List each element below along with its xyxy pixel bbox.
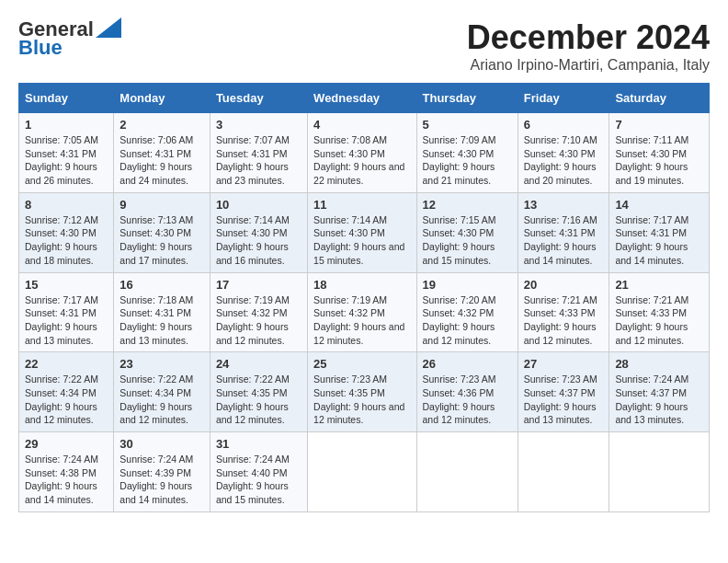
table-row: 5Sunrise: 7:09 AMSunset: 4:30 PMDaylight…	[416, 113, 518, 193]
table-row: 7Sunrise: 7:11 AMSunset: 4:30 PMDaylight…	[609, 113, 710, 193]
col-thursday: Thursday	[416, 84, 518, 113]
col-monday: Monday	[114, 84, 210, 113]
table-row: 28Sunrise: 7:24 AMSunset: 4:37 PMDayligh…	[609, 352, 710, 432]
week-row-4: 22Sunrise: 7:22 AMSunset: 4:34 PMDayligh…	[19, 352, 710, 432]
table-row: 13Sunrise: 7:16 AMSunset: 4:31 PMDayligh…	[518, 192, 609, 272]
page-subtitle: Ariano Irpino-Martiri, Campania, Italy	[467, 57, 710, 74]
table-row: 29Sunrise: 7:24 AMSunset: 4:38 PMDayligh…	[19, 432, 114, 512]
calendar-table: Sunday Monday Tuesday Wednesday Thursday…	[18, 83, 710, 512]
col-saturday: Saturday	[609, 84, 710, 113]
table-row: 8Sunrise: 7:12 AMSunset: 4:30 PMDaylight…	[19, 192, 114, 272]
table-row: 4Sunrise: 7:08 AMSunset: 4:30 PMDaylight…	[308, 113, 416, 193]
table-row: 20Sunrise: 7:21 AMSunset: 4:33 PMDayligh…	[518, 272, 609, 352]
page-header: General Blue December 2024 Ariano Irpino…	[18, 18, 710, 74]
week-row-3: 15Sunrise: 7:17 AMSunset: 4:31 PMDayligh…	[19, 272, 710, 352]
table-row: 14Sunrise: 7:17 AMSunset: 4:31 PMDayligh…	[609, 192, 710, 272]
table-row: 27Sunrise: 7:23 AMSunset: 4:37 PMDayligh…	[518, 352, 609, 432]
table-row: 10Sunrise: 7:14 AMSunset: 4:30 PMDayligh…	[210, 192, 307, 272]
svg-marker-0	[96, 17, 121, 38]
table-row: 17Sunrise: 7:19 AMSunset: 4:32 PMDayligh…	[210, 272, 307, 352]
header-row: Sunday Monday Tuesday Wednesday Thursday…	[19, 84, 710, 113]
col-sunday: Sunday	[19, 84, 114, 113]
table-row: 15Sunrise: 7:17 AMSunset: 4:31 PMDayligh…	[19, 272, 114, 352]
table-row: 23Sunrise: 7:22 AMSunset: 4:34 PMDayligh…	[114, 352, 210, 432]
logo: General Blue	[18, 18, 121, 59]
table-row: 19Sunrise: 7:20 AMSunset: 4:32 PMDayligh…	[416, 272, 518, 352]
col-friday: Friday	[518, 84, 609, 113]
col-tuesday: Tuesday	[210, 84, 307, 113]
table-row: 21Sunrise: 7:21 AMSunset: 4:33 PMDayligh…	[609, 272, 710, 352]
table-row: 18Sunrise: 7:19 AMSunset: 4:32 PMDayligh…	[308, 272, 416, 352]
week-row-1: 1Sunrise: 7:05 AMSunset: 4:31 PMDaylight…	[19, 113, 710, 193]
table-row: 16Sunrise: 7:18 AMSunset: 4:31 PMDayligh…	[114, 272, 210, 352]
title-section: December 2024 Ariano Irpino-Martiri, Cam…	[467, 18, 710, 74]
table-row: 9Sunrise: 7:13 AMSunset: 4:30 PMDaylight…	[114, 192, 210, 272]
page-title: December 2024	[467, 18, 710, 57]
week-row-2: 8Sunrise: 7:12 AMSunset: 4:30 PMDaylight…	[19, 192, 710, 272]
table-row: 25Sunrise: 7:23 AMSunset: 4:35 PMDayligh…	[308, 352, 416, 432]
table-row: 12Sunrise: 7:15 AMSunset: 4:30 PMDayligh…	[416, 192, 518, 272]
table-row: 11Sunrise: 7:14 AMSunset: 4:30 PMDayligh…	[308, 192, 416, 272]
table-row: 3Sunrise: 7:07 AMSunset: 4:31 PMDaylight…	[210, 113, 307, 193]
table-row: 2Sunrise: 7:06 AMSunset: 4:31 PMDaylight…	[114, 113, 210, 193]
table-row	[518, 432, 609, 512]
table-row: 22Sunrise: 7:22 AMSunset: 4:34 PMDayligh…	[19, 352, 114, 432]
table-row: 1Sunrise: 7:05 AMSunset: 4:31 PMDaylight…	[19, 113, 114, 193]
table-row: 30Sunrise: 7:24 AMSunset: 4:39 PMDayligh…	[114, 432, 210, 512]
table-row	[308, 432, 416, 512]
table-row: 31Sunrise: 7:24 AMSunset: 4:40 PMDayligh…	[210, 432, 307, 512]
table-row	[609, 432, 710, 512]
table-row: 26Sunrise: 7:23 AMSunset: 4:36 PMDayligh…	[416, 352, 518, 432]
week-row-5: 29Sunrise: 7:24 AMSunset: 4:38 PMDayligh…	[19, 432, 710, 512]
logo-blue-text: Blue	[18, 37, 63, 59]
col-wednesday: Wednesday	[308, 84, 416, 113]
table-row: 6Sunrise: 7:10 AMSunset: 4:30 PMDaylight…	[518, 113, 609, 193]
table-row: 24Sunrise: 7:22 AMSunset: 4:35 PMDayligh…	[210, 352, 307, 432]
logo-icon	[96, 17, 121, 38]
table-row	[416, 432, 518, 512]
